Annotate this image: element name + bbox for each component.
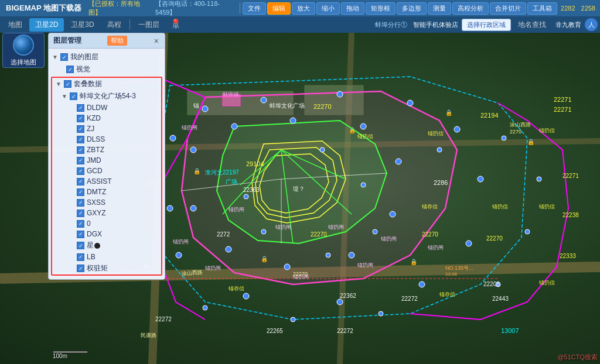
layer-label-zbtz: ZBTZ [87,146,158,154]
panel-title: 图层管理 [53,36,81,46]
layer-checkbox-gxyz[interactable] [77,210,84,217]
layer-item-dgx[interactable]: DGX [52,229,161,239]
elevation-tab[interactable]: 高程 [101,18,127,32]
layer-item-dmtz[interactable]: DMTZ [52,187,161,197]
layer-item-aggregate[interactable]: ▼ 套叠数据 [52,78,161,90]
scale-label: 100m [53,353,67,359]
map-tab[interactable]: 地图 [2,18,28,32]
place-search-button[interactable]: 地名查找 [512,18,552,32]
layer-checkbox-dldw[interactable] [77,104,84,112]
layer-checkbox-kzd[interactable] [77,115,84,122]
layer-item-venue[interactable]: ▼ 蚌埠文化广场54-3 [52,90,161,102]
main-toolbar: BIGEMAP 地图下载器 【已授权：所有地图】 【咨询电话：400-118-5… [0,0,600,16]
layer-checkbox-dlss[interactable] [77,136,84,143]
drag-button[interactable]: 拖动 [341,2,364,15]
layer-checkbox-lb[interactable] [77,253,84,261]
elevation-button[interactable]: 高程分析 [452,2,489,15]
expand-icon-venue: ▼ [62,93,67,99]
zoom-in-button[interactable]: 放大 [292,2,315,15]
layer-label-sxss: SXSS [87,198,158,207]
app-title: BIGEMAP 地图下载器 [2,3,85,13]
measure-button[interactable]: 测量 [428,2,451,15]
layer-checkbox-zj[interactable] [77,125,84,133]
layer-item-gcd[interactable]: GCD [52,166,161,176]
layer-item-star[interactable]: 星 [52,239,161,252]
layer-label-lb: LB [87,253,158,261]
file-button[interactable]: 文件 [243,2,266,15]
expand-icon-aggregate: ▼ [56,81,62,87]
tile-count-2: 2258 [579,5,598,12]
merge-button[interactable]: 合并切片 [490,2,526,15]
layer-tab[interactable]: 一图层 [132,18,165,32]
layer-item-lb[interactable]: LB [52,252,161,262]
watermark-text: @51CTQ搜索 [557,353,598,360]
polygon-button[interactable]: 多边形 [397,2,427,15]
layer-checkbox-dmtz[interactable] [77,188,84,196]
satellite2d-tab[interactable]: 卫星2D [29,18,64,32]
layer-list: ▼ 我的图层 视觉 ▼ 套叠数据 ▼ 蚌埠文化广场54-3 [49,49,165,279]
point-tab[interactable]: 点 [166,18,185,32]
layer-item-sxss[interactable]: SXSS [52,197,161,208]
layer-checkbox-star[interactable] [77,242,84,249]
layer-item-zbtz[interactable]: ZBTZ [52,145,161,155]
layer-item-zj[interactable]: ZJ [52,123,161,134]
layer-item-kzd[interactable]: KZD [52,113,161,123]
expand-icon: ▼ [52,54,58,60]
layer-checkbox-quanzhuju[interactable] [77,265,84,272]
scale-bar: 100m [53,351,88,359]
layer-checkbox-venue[interactable] [70,92,77,100]
layer-checkbox-gcd[interactable] [77,167,84,175]
panel-header: 图层管理 帮助 × [49,33,165,49]
layer-label-assist: ASSIST [87,177,158,186]
smart-device-label: 智能手机体验店 [411,20,461,29]
layer-label-dgx: DGX [87,230,158,238]
layer-panel: 图层管理 帮助 × ▼ 我的图层 视觉 ▼ 套叠数据 ▼ [48,33,165,280]
point-selector: 点 📍 [166,18,185,32]
select-region-button[interactable]: 选择行政区域 [462,19,511,31]
layer-label-dldw: DLDW [87,104,158,112]
layer-checkbox-zero[interactable] [77,220,84,228]
satellite3d-tab[interactable]: 卫星3D [65,18,100,32]
layer-checkbox-zbtz[interactable] [77,146,84,154]
layer-checkbox-sxss[interactable] [77,199,84,207]
sep2 [129,19,130,30]
layer-label-star: 星 [87,241,158,250]
layer-item-my-layers[interactable]: ▼ 我的图层 [49,51,165,63]
watermark: @51CTQ搜索 [557,353,598,362]
toolbox-button[interactable]: 工具箱 [527,2,557,15]
layer-label-dmtz: DMTZ [87,188,158,196]
sep1 [240,3,240,13]
layer-item-visual[interactable]: 视觉 [49,63,165,75]
edit-button[interactable]: 编辑 [267,2,291,15]
layer-item-gxyz[interactable]: GXYZ [52,208,161,218]
layer-item-jmd[interactable]: JMD [52,155,161,166]
layer-item-quanzhuju[interactable]: 权驻矩 [52,262,161,274]
help-button[interactable]: 帮助 [107,36,127,46]
layer-item-dldw[interactable]: DLDW [52,102,161,113]
layer-item-zero[interactable]: 0 [52,218,161,229]
layer-checkbox-dgx[interactable] [77,231,84,238]
user-avatar[interactable]: 人 [585,18,598,31]
layer-item-dlss[interactable]: DLSS [52,134,161,145]
layer-checkbox-jmd[interactable] [77,157,84,164]
rect-select-button[interactable]: 矩形框 [366,2,396,15]
globe-icon [13,35,34,56]
layer-item-assist[interactable]: ASSIST [52,176,161,187]
layer-checkbox-aggregate[interactable] [64,80,71,88]
layer-label-venue: 蚌埠文化广场54-3 [80,91,158,101]
layer-checkbox-assist[interactable] [77,178,84,186]
layer-checkbox-my-layers[interactable] [60,53,68,61]
highlight-group: ▼ 套叠数据 ▼ 蚌埠文化广场54-3 DLDW KZD [51,77,162,276]
layer-label-dlss: DLSS [87,135,158,143]
non-edu-label: 非九教育 [553,20,584,29]
hotline-info: 【咨询电话：400-118-5459】 [151,0,237,17]
layer-checkbox-visual[interactable] [66,66,74,73]
layer-label-zero: 0 [87,219,158,228]
zoom-out-button[interactable]: 缩小 [316,2,340,15]
close-button[interactable]: × [153,36,160,46]
tile-count-1: 2282 [558,5,577,12]
map-select-button[interactable]: 选择地图 [2,33,45,68]
layer-label-aggregate: 套叠数据 [74,79,158,89]
branch-label: 蚌埠分行① [373,20,410,29]
map-select-label: 选择地图 [11,58,36,67]
